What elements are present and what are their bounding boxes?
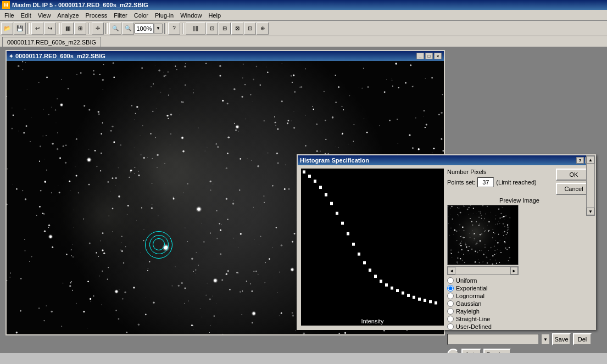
preview-scroll-left[interactable]: ◄ <box>448 267 455 275</box>
radio-gaussian-input[interactable] <box>447 300 454 307</box>
radio-rayleigh-label: Rayleigh <box>456 308 480 315</box>
preview-canvas <box>448 205 510 265</box>
toolbar-extra1[interactable]: |||| <box>186 23 205 35</box>
image-tab-label: 00000117.RED_600s_m22.SBIG <box>7 39 96 46</box>
svg-rect-1 <box>308 175 311 178</box>
menu-process[interactable]: Process <box>82 11 111 20</box>
svg-rect-5 <box>330 202 333 205</box>
toolbar-screen[interactable]: ⊞ <box>74 23 86 35</box>
del-button[interactable]: Del <box>573 333 592 345</box>
histogram-top-row: Number Pixels <box>447 169 553 175</box>
image-win-icon: ✦ <box>9 53 13 59</box>
svg-rect-14 <box>380 280 382 283</box>
toolbar-undo[interactable]: ↩ <box>31 23 43 35</box>
image-win-minimize[interactable]: _ <box>416 53 424 59</box>
svg-rect-11 <box>363 261 366 265</box>
menu-view[interactable]: View <box>35 11 54 20</box>
histogram-x-label: Intensity <box>301 317 444 326</box>
preview-image <box>447 205 519 265</box>
menu-help[interactable]: Help <box>205 11 224 20</box>
histogram-titlebar: Histogram Specification ? × <box>298 155 595 165</box>
histogram-dialog: Histogram Specification ? × <box>297 154 596 330</box>
radio-uniform[interactable]: Uniform <box>447 277 592 284</box>
svg-rect-12 <box>369 268 371 272</box>
zoom-input[interactable] <box>135 24 154 33</box>
menu-filter[interactable]: Filter <box>110 11 130 20</box>
menu-plugin[interactable]: Plug-in <box>152 11 177 20</box>
user-defined-input[interactable] <box>447 334 539 345</box>
svg-rect-6 <box>336 212 338 215</box>
histogram-help-btn[interactable]: ? <box>576 157 584 164</box>
preview-btn[interactable]: Preview <box>483 349 511 353</box>
toolbar-help[interactable]: ? <box>168 23 180 35</box>
histogram-chart-area: Intensity <box>301 169 444 326</box>
svg-rect-22 <box>424 299 426 302</box>
svg-rect-7 <box>341 222 344 225</box>
preview-scrollbar-v[interactable]: ▲ ▼ <box>586 155 595 216</box>
radio-gaussian[interactable]: Gaussian <box>447 300 592 307</box>
svg-rect-13 <box>374 275 377 278</box>
number-pixels-label: Number Pixels <box>447 169 487 175</box>
toolbar-cursor[interactable]: ✛ <box>92 23 104 35</box>
toolbar-redo[interactable]: ↪ <box>44 23 56 35</box>
toolbar-extra3[interactable]: ⊟ <box>219 23 231 35</box>
user-defined-dropdown[interactable]: ▼ <box>541 334 550 345</box>
toolbar-extra2[interactable]: ⊡ <box>206 23 218 35</box>
radio-user-defined[interactable]: User-Defined <box>447 323 592 330</box>
radio-straight-line-input[interactable] <box>447 316 454 322</box>
points-set-label: Points set: <box>447 179 475 186</box>
radio-straight-line[interactable]: Straight-Line <box>447 316 592 322</box>
radio-exponential[interactable]: Exporiential <box>447 285 592 292</box>
image-win-close[interactable]: × <box>434 53 442 59</box>
svg-rect-0 <box>303 170 305 173</box>
menu-window[interactable]: Window <box>177 11 205 20</box>
preview-scroll-right[interactable]: ► <box>510 267 518 275</box>
points-value-input[interactable] <box>477 177 494 187</box>
toolbar-image[interactable]: ▦ <box>62 23 74 35</box>
toolbar-extra4[interactable]: ⊠ <box>231 23 243 35</box>
preview-scroll-track-v <box>587 164 594 208</box>
radio-uniform-label: Uniform <box>456 277 477 284</box>
image-window-titlebar: ✦ 00000117.RED_600s_m22.SBIG _ □ × <box>7 51 444 61</box>
radio-rayleigh[interactable]: Rayleigh <box>447 308 592 315</box>
distribution-radio-group: Uniform Exporiential Lognormal Gaussian <box>447 277 592 330</box>
preview-scroll-up[interactable]: ▲ <box>587 156 594 164</box>
menu-analyze[interactable]: Analyze <box>54 11 82 20</box>
toolbar-zoomin[interactable]: 🔍 <box>109 23 121 35</box>
svg-rect-24 <box>435 301 437 305</box>
menu-color[interactable]: Color <box>131 11 152 20</box>
preview-scroll-down[interactable]: ▼ <box>587 208 594 215</box>
toolbar-extra5[interactable]: ⊡ <box>244 23 256 35</box>
image-win-maximize[interactable]: □ <box>425 53 433 59</box>
radio-lognormal-input[interactable] <box>447 293 454 299</box>
toolbar-zoomout[interactable]: 🔍 <box>122 23 134 35</box>
main-area: ✦ 00000117.RED_600s_m22.SBIG _ □ × Histo… <box>0 47 607 353</box>
radio-exponential-input[interactable] <box>447 285 454 292</box>
menu-bar: File Edit View Analyze Process Filter Co… <box>0 10 607 21</box>
toolbar-extra6[interactable]: ⊕ <box>257 23 269 35</box>
svg-rect-9 <box>352 243 355 246</box>
radio-lognormal[interactable]: Lognormal <box>447 293 592 299</box>
svg-rect-18 <box>402 292 404 295</box>
zoom-in-btn[interactable]: + <box>447 349 459 353</box>
preview-scrollbar-h[interactable]: ◄ ► <box>447 266 519 275</box>
zoom-display: ▼ <box>135 23 163 35</box>
image-tab[interactable]: 00000117.RED_600s_m22.SBIG <box>2 37 101 47</box>
auto-btn-1[interactable]: Auto <box>461 349 481 353</box>
toolbar-save[interactable]: 💾 <box>14 23 26 35</box>
histogram-chart <box>301 169 444 317</box>
zoom-dropdown[interactable]: ▼ <box>154 24 163 33</box>
save-button[interactable]: Save <box>552 333 571 345</box>
svg-rect-23 <box>429 300 432 304</box>
radio-uniform-input[interactable] <box>447 277 454 284</box>
radio-user-defined-input[interactable] <box>447 323 454 330</box>
svg-rect-4 <box>325 193 327 197</box>
app-title: MaxIm DL IP 5 - 00000117.RED_600s_m22.SB… <box>12 2 148 8</box>
svg-rect-10 <box>358 253 360 256</box>
radio-rayleigh-input[interactable] <box>447 308 454 315</box>
toolbar-open[interactable]: 📂 <box>1 23 13 35</box>
app-icon: M <box>2 1 10 9</box>
radio-lognormal-label: Lognormal <box>456 293 485 299</box>
menu-edit[interactable]: Edit <box>18 11 35 20</box>
menu-file[interactable]: File <box>1 11 18 20</box>
